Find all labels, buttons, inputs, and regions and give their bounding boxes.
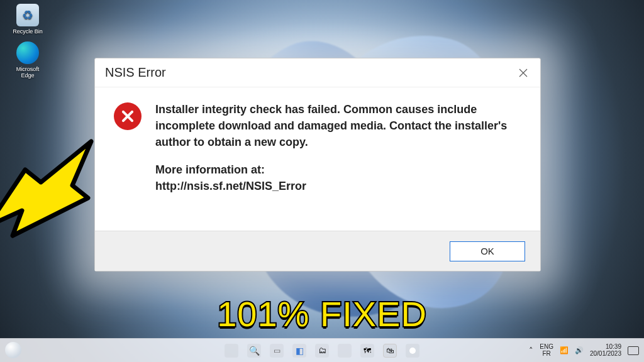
dialog-footer: OK <box>95 231 540 271</box>
edge-taskbar-icon[interactable] <box>338 344 352 358</box>
widgets-icon[interactable] <box>292 344 306 358</box>
language-indicator[interactable]: ENG FR <box>540 344 553 357</box>
clock-time: 10:39 <box>590 344 621 351</box>
clock-date: 20/01/2023 <box>590 351 621 358</box>
dialog-title: NSIS Error <box>105 65 166 80</box>
file-explorer-icon[interactable] <box>315 344 329 358</box>
notifications-icon[interactable] <box>628 346 639 355</box>
desktop-icon-edge[interactable]: Microsoft Edge <box>9 41 47 79</box>
task-view-icon[interactable] <box>270 344 284 358</box>
dialog-more-info: More information at: http://nsis.sf.net/… <box>155 162 508 194</box>
taskbar-search-icon[interactable] <box>247 344 261 358</box>
recycle-bin-icon <box>16 4 39 26</box>
dialog-titlebar[interactable]: NSIS Error <box>95 58 540 87</box>
taskbar-weather-widget[interactable] <box>5 342 21 358</box>
nsis-error-dialog: NSIS Error Installer integrity check has… <box>94 58 541 272</box>
desktop-icon-label: Microsoft Edge <box>9 66 47 79</box>
taskbar-center <box>225 344 419 358</box>
chrome-icon[interactable] <box>406 344 419 358</box>
dialog-close-button[interactable] <box>516 66 530 80</box>
tray-overflow-icon[interactable] <box>529 346 533 355</box>
system-tray: ENG FR 10:39 20/01/2023 <box>529 344 639 357</box>
dialog-message: Installer integrity check has failed. Co… <box>155 101 508 150</box>
taskbar: ENG FR 10:39 20/01/2023 <box>0 338 644 362</box>
taskbar-clock[interactable]: 10:39 20/01/2023 <box>590 344 621 357</box>
start-button[interactable] <box>225 344 238 358</box>
volume-icon[interactable] <box>575 346 584 354</box>
dialog-more-info-url: http://nsis.sf.net/NSIS_Error <box>155 180 306 192</box>
desktop-icon-label: Recycle Bin <box>9 28 47 35</box>
error-icon <box>114 102 142 130</box>
desktop-icon-recycle-bin[interactable]: Recycle Bin <box>9 4 47 35</box>
dialog-message-area: Installer integrity check has failed. Co… <box>155 101 508 194</box>
wifi-icon[interactable] <box>560 346 569 354</box>
dialog-more-info-label: More information at: <box>155 163 265 176</box>
ok-button[interactable]: OK <box>450 241 525 261</box>
svg-marker-0 <box>0 141 91 236</box>
lang-secondary: FR <box>540 351 553 358</box>
close-icon <box>518 68 528 78</box>
store-icon[interactable] <box>383 344 397 358</box>
edge-icon <box>16 41 39 64</box>
dialog-body: Installer integrity check has failed. Co… <box>95 87 540 200</box>
thumbnail-caption: 101% FIXED <box>0 293 644 334</box>
maps-icon[interactable] <box>360 344 374 358</box>
lang-primary: ENG <box>540 344 553 351</box>
